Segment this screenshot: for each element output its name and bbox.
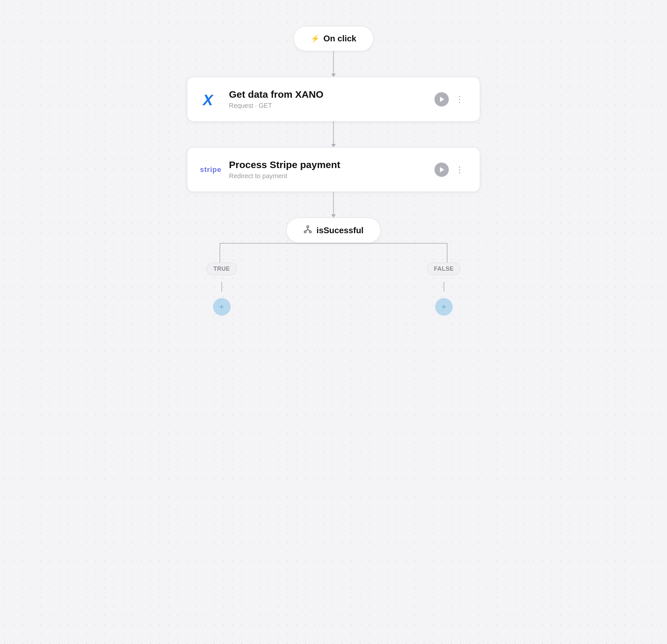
process-stripe-more-button[interactable]: ⋮ [454,164,466,175]
branch-left-drop-line [219,243,220,262]
branch-right-drop-line [447,243,448,262]
svg-line-6 [308,230,310,231]
process-stripe-title: Process Stripe payment [229,159,425,171]
process-stripe-play-button[interactable] [435,163,449,177]
condition-node[interactable]: isSucessful [286,218,381,243]
true-branch-label: TRUE [207,262,237,275]
condition-label: isSucessful [316,225,364,236]
connector-3 [331,192,336,218]
process-stripe-card[interactable]: stripe Process Stripe payment Redirect t… [187,147,480,192]
get-data-xano-card[interactable]: X Get data from XANO Request · GET ⋮ [187,77,480,122]
true-branch-col: TRUE + [207,262,237,316]
connector-line-2 [333,122,334,144]
true-branch-add-button[interactable]: + [213,298,231,316]
true-branch-line [222,282,222,292]
connector-2 [331,122,336,147]
false-branch-add-button[interactable]: + [435,298,453,316]
svg-line-5 [305,230,308,231]
process-stripe-content: Process Stripe payment Redirect to payme… [229,159,425,180]
branch-labels-row: TRUE + FALSE + [207,262,460,316]
get-data-xano-content: Get data from XANO Request · GET [229,89,425,110]
connector-arrow-2 [331,144,336,147]
get-data-xano-subtitle: Request · GET [229,102,425,110]
branch-section: TRUE + FALSE + [187,243,480,316]
connector-line-3 [333,192,334,215]
stripe-logo-container: stripe [201,165,220,174]
xano-icon: X [202,91,219,108]
workflow-canvas: ⚡ On click X Get data from XANO Request … [0,0,667,644]
false-branch-label: FALSE [427,262,460,275]
xano-logo-container: X [201,91,220,108]
connector-arrow-3 [331,214,336,218]
trigger-node[interactable]: ⚡ On click [293,26,374,51]
connector-1 [331,51,336,77]
get-data-xano-title: Get data from XANO [229,89,425,100]
trigger-label: On click [323,34,356,44]
svg-text:X: X [202,92,214,108]
svg-point-1 [307,226,309,228]
get-data-xano-more-button[interactable]: ⋮ [454,94,466,105]
svg-point-2 [304,231,306,233]
false-branch-line [443,282,444,292]
process-stripe-subtitle: Redirect to payment [229,172,425,180]
connector-line-1 [333,51,334,74]
fork-icon-svg [304,225,312,234]
get-data-xano-play-button[interactable] [435,92,449,107]
stripe-icon: stripe [200,165,222,174]
branch-icon [304,225,312,236]
process-stripe-actions: ⋮ [435,163,466,177]
branch-line-container [187,243,480,262]
lightning-icon: ⚡ [311,35,320,42]
branch-horizontal-line [219,243,448,244]
false-branch-col: FALSE + [427,262,460,316]
connector-arrow-1 [331,74,336,77]
get-data-xano-actions: ⋮ [435,92,466,107]
svg-point-3 [309,231,311,233]
